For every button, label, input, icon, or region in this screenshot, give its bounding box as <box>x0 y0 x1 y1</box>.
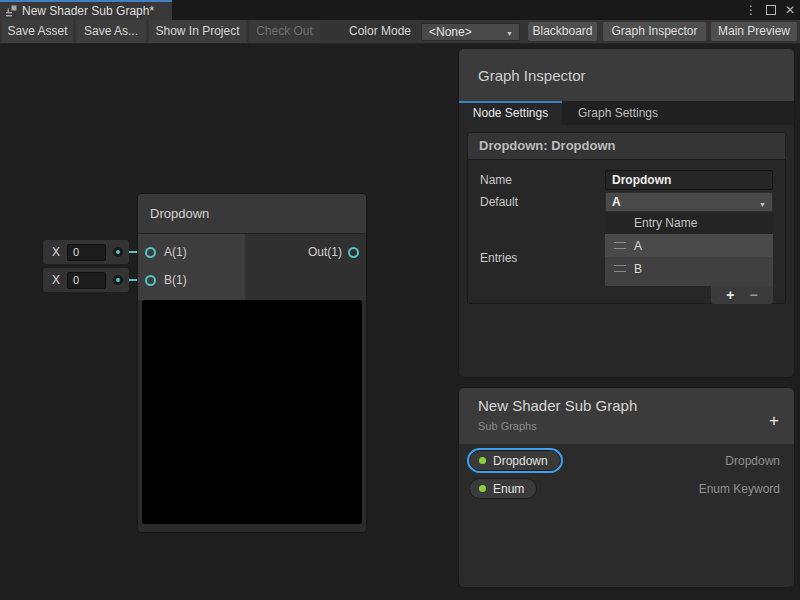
entries-label: Entries <box>480 251 517 265</box>
kebab-menu-icon[interactable]: ⋮ <box>745 0 757 20</box>
shader-graph-window: New Shader Sub Graph* ⋮ ✕ Save Asset Sav… <box>0 0 800 600</box>
blackboard-subtitle: Sub Graphs <box>478 420 537 432</box>
add-property-button[interactable]: + <box>769 412 779 429</box>
port-b-label: B(1) <box>164 273 187 287</box>
node-title[interactable]: Dropdown <box>138 194 366 234</box>
save-as-button[interactable]: Save As... <box>76 20 146 43</box>
graph-inspector-toggle-button[interactable]: Graph Inspector <box>603 22 706 41</box>
blackboard-item-label: Enum <box>493 482 524 496</box>
node-settings-header: Dropdown: Dropdown <box>468 133 785 160</box>
port-out-label: Out(1) <box>308 245 342 259</box>
entry-row[interactable]: A <box>605 234 773 257</box>
drag-handle-icon[interactable] <box>614 265 626 272</box>
graph-inspector-panel: Graph Inspector Node Settings Graph Sett… <box>458 48 795 378</box>
axis-label: X <box>52 273 60 287</box>
port-b-icon[interactable] <box>145 275 156 286</box>
node-preview <box>142 300 362 524</box>
drag-handle-icon[interactable] <box>614 242 626 249</box>
node-input-section <box>138 234 245 300</box>
entries-column-header: Entry Name <box>605 213 773 234</box>
node-output-section <box>245 234 366 300</box>
connector-dot-icon[interactable] <box>113 275 123 285</box>
input-widget-b: X 0 <box>43 268 129 292</box>
node-settings-group: Dropdown: Dropdown Name Dropdown Default… <box>467 132 786 304</box>
input-widget-a: X 0 <box>43 240 129 264</box>
remove-entry-button[interactable]: − <box>750 286 758 304</box>
color-mode-value: <None> <box>429 25 472 39</box>
blackboard-row: Enum Enum Keyword <box>459 478 794 502</box>
shader-graph-icon <box>5 5 17 17</box>
entries-list: Entry Name A B + − <box>605 213 773 304</box>
blackboard-toggle-button[interactable]: Blackboard <box>528 22 597 41</box>
entry-name: A <box>634 239 642 253</box>
blackboard-item-dropdown[interactable]: Dropdown <box>469 450 561 471</box>
add-entry-button[interactable]: + <box>726 286 734 304</box>
node-ports <box>138 234 366 300</box>
window-controls: ⋮ ✕ <box>745 0 795 20</box>
main-preview-toggle-button[interactable]: Main Preview <box>711 22 797 41</box>
close-icon[interactable]: ✕ <box>785 0 795 20</box>
name-label: Name <box>480 173 512 187</box>
check-out-button: Check Out <box>249 20 320 43</box>
blackboard-row: Dropdown Dropdown <box>459 450 794 474</box>
blackboard-item-type: Enum Keyword <box>699 482 780 496</box>
default-dropdown[interactable]: A ▼ <box>605 192 773 212</box>
port-out-icon[interactable] <box>348 247 359 258</box>
entries-list-footer: + − <box>711 286 773 304</box>
save-asset-button[interactable]: Save Asset <box>2 20 73 43</box>
tab-node-settings[interactable]: Node Settings <box>459 101 562 125</box>
name-input[interactable]: Dropdown <box>605 170 773 190</box>
inspector-title: Graph Inspector <box>478 67 586 84</box>
blackboard-item-type: Dropdown <box>725 454 780 468</box>
default-value: A <box>612 195 621 209</box>
value-field[interactable]: 0 <box>67 244 106 261</box>
default-label: Default <box>480 195 518 209</box>
show-in-project-button[interactable]: Show In Project <box>149 20 246 43</box>
chevron-down-icon: ▼ <box>759 196 766 214</box>
inspector-header: Graph Inspector <box>459 49 794 101</box>
inspector-tabrow: Node Settings Graph Settings <box>459 101 794 125</box>
dropdown-node[interactable]: Dropdown A(1) B(1) Out(1) <box>137 193 367 533</box>
tab-graph-settings[interactable]: Graph Settings <box>562 101 674 125</box>
document-tab[interactable]: New Shader Sub Graph* <box>0 0 172 20</box>
exposed-dot-icon <box>479 457 486 464</box>
toolbar: Save Asset Save As... Show In Project Ch… <box>0 20 800 44</box>
entry-row[interactable]: B <box>605 257 773 280</box>
blackboard-header: New Shader Sub Graph Sub Graphs + <box>459 388 794 444</box>
tab-title: New Shader Sub Graph* <box>22 4 154 18</box>
value-field[interactable]: 0 <box>67 272 106 289</box>
blackboard-item-label: Dropdown <box>493 454 548 468</box>
axis-label: X <box>52 245 60 259</box>
port-a-label: A(1) <box>164 245 187 259</box>
blackboard-panel: New Shader Sub Graph Sub Graphs + Dropdo… <box>458 387 795 588</box>
color-mode-label: Color Mode <box>349 20 411 43</box>
connector-dot-icon[interactable] <box>113 247 123 257</box>
port-a-icon[interactable] <box>145 247 156 258</box>
blackboard-title: New Shader Sub Graph <box>478 397 637 414</box>
exposed-dot-icon <box>479 485 486 492</box>
blackboard-item-enum[interactable]: Enum <box>469 478 537 499</box>
window-titlebar: New Shader Sub Graph* ⋮ ✕ <box>0 0 800 20</box>
entry-name: B <box>634 262 642 276</box>
color-mode-dropdown[interactable]: <None> ▼ <box>421 23 520 41</box>
chevron-down-icon: ▼ <box>506 26 513 42</box>
maximize-icon[interactable] <box>766 5 776 15</box>
